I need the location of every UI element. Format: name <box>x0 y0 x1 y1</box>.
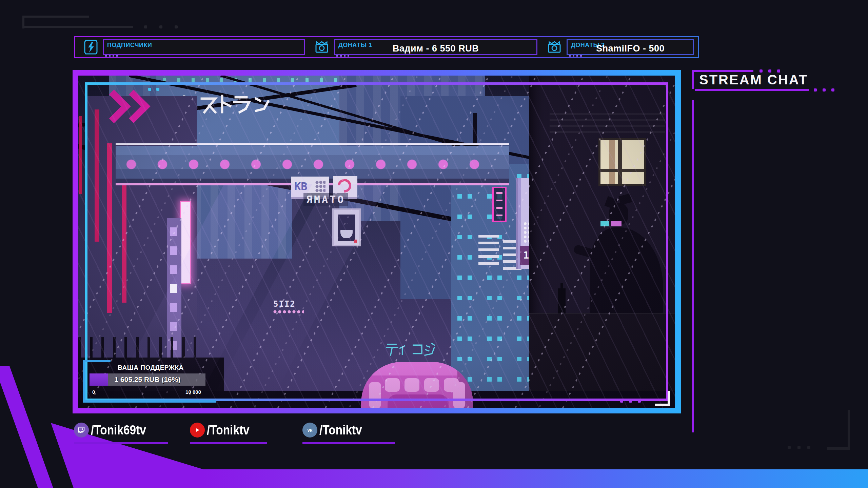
support-progress-bar: 1 605.25 RUB (16%) <box>90 373 205 386</box>
bg-deco-dot <box>807 446 810 449</box>
bg-deco-dot <box>144 25 147 28</box>
lightning-icon <box>84 39 98 55</box>
frame-dot-purple <box>629 400 632 403</box>
widget-donations-1: ДОНАТЫ 1 Вадим - 6 550 RUB <box>334 39 537 55</box>
social-handle: /Toniktv <box>207 423 250 438</box>
frame-dot-cyan <box>148 88 151 91</box>
chat-dot <box>814 88 817 92</box>
frame-dot-purple <box>620 400 623 403</box>
vk-icon: vk <box>302 423 317 438</box>
social-link-vk[interactable]: vk /Toniktv <box>302 423 399 438</box>
social-link-twitch[interactable]: /Tonik69tv <box>74 423 172 438</box>
frame-dot-cyan <box>156 88 159 91</box>
support-scale-min: 0 <box>92 389 95 395</box>
chat-dot <box>823 88 826 92</box>
social-underline <box>302 442 395 444</box>
camera-icon <box>314 41 329 54</box>
social-underline <box>190 442 267 444</box>
social-link-youtube[interactable]: /Toniktv <box>190 423 271 438</box>
bg-deco-line <box>22 16 89 18</box>
widgets-bar: ПОДПИСЧИКИ ДОНАТЫ 1 Вадим - 6 550 RUB Д <box>74 36 699 58</box>
svg-text:vk: vk <box>308 428 313 433</box>
support-widget: ВАША ПОДДЕРЖКА 1 605.25 RUB (16%) 0 10 0… <box>83 360 216 403</box>
support-value: 1 605.25 RUB (16%) <box>90 375 205 384</box>
support-title: ВАША ПОДДЕРЖКА <box>85 364 216 371</box>
bg-deco-dot <box>175 25 178 28</box>
stream-overlay-page: ПОДПИСЧИКИ ДОНАТЫ 1 Вадим - 6 550 RUB Д <box>0 0 868 488</box>
chat-bracket-top <box>692 70 753 72</box>
youtube-icon <box>190 423 205 438</box>
camera-icon <box>547 41 562 54</box>
widget-donations-2: ДОНАТЫ 2 ShamilFO - 500 <box>567 39 694 55</box>
widget-dots <box>336 55 351 57</box>
widget-dots <box>105 55 119 57</box>
bg-deco-dot <box>159 25 162 28</box>
twitch-icon <box>74 423 89 438</box>
support-scale-max: 10 000 <box>185 389 201 395</box>
frame-dot-purple <box>638 400 641 403</box>
social-underline <box>74 442 168 444</box>
bg-deco-dot <box>788 446 791 449</box>
frame-corner-white <box>655 391 670 406</box>
widget-value: ShamilFO - 500 <box>568 43 693 54</box>
bottom-band <box>203 469 868 488</box>
social-handle: /Toniktv <box>319 423 362 438</box>
chat-dot <box>831 88 834 92</box>
chat-title: STREAM CHAT <box>699 72 808 87</box>
chat-messages-area[interactable] <box>697 102 865 430</box>
chat-title-underline <box>695 89 809 91</box>
widget-subscribers: ПОДПИСЧИКИ <box>103 39 305 55</box>
bg-deco-dot <box>797 446 801 449</box>
widget-label: ПОДПИСЧИКИ <box>107 42 152 49</box>
game-scene-cyberpunk-city: КВ ЯМАТО FC <box>78 76 675 408</box>
widget-value: Вадим - 6 550 RUB <box>335 43 536 54</box>
social-handle: /Tonik69tv <box>91 423 146 438</box>
chat-bracket-left <box>692 70 694 89</box>
bg-deco-line <box>22 26 133 28</box>
widget-dots <box>569 55 583 57</box>
chat-side-line <box>692 100 694 432</box>
scene-tint <box>78 76 675 408</box>
